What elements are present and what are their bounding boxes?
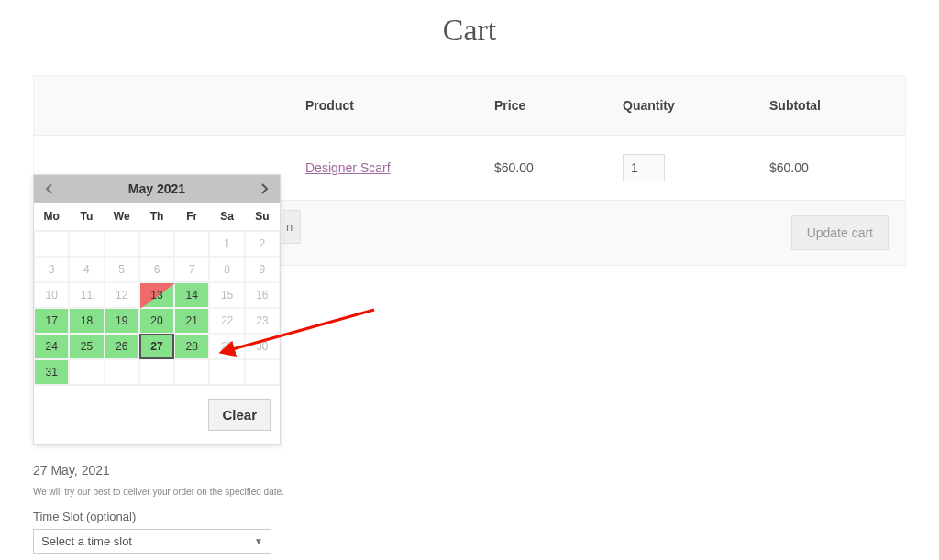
day-23: 23: [245, 308, 280, 334]
day-24[interactable]: 24: [34, 334, 69, 359]
delivery-datepicker: May 2021 MoTuWeThFrSaSu 1234567891011121…: [33, 174, 281, 445]
day-7: 7: [174, 257, 209, 282]
header-subtotal: Subtotal: [769, 98, 898, 113]
day-8: 8: [209, 257, 244, 282]
day-28[interactable]: 28: [174, 334, 209, 359]
subtotal-value: $60.00: [769, 160, 898, 175]
day-15: 15: [209, 282, 244, 308]
day-empty: [139, 231, 174, 257]
header-product: Product: [305, 98, 494, 113]
day-14[interactable]: 14: [174, 282, 209, 308]
page-title: Cart: [0, 13, 939, 48]
day-empty: [209, 359, 244, 385]
update-cart-button[interactable]: Update cart: [791, 215, 889, 250]
day-2: 2: [245, 231, 280, 257]
coupon-button-fragment[interactable]: n: [282, 210, 301, 244]
day-18[interactable]: 18: [69, 308, 104, 334]
day-empty: [105, 231, 139, 257]
day-29: 29: [209, 334, 244, 359]
header-price: Price: [494, 98, 623, 113]
timeslot-label: Time Slot (optional): [33, 510, 354, 523]
datepicker-dow: We: [105, 203, 139, 231]
day-30: 30: [245, 334, 280, 359]
chevron-right-icon: [260, 183, 269, 194]
day-empty: [174, 231, 209, 257]
datepicker-dow: Th: [139, 203, 174, 231]
product-link[interactable]: Designer Scarf: [305, 160, 391, 175]
cart-header-row: Product Price Quantity Subtotal: [34, 76, 905, 135]
day-25[interactable]: 25: [69, 334, 104, 359]
timeslot-placeholder: Select a time slot: [41, 534, 132, 548]
datepicker-dow: Fr: [174, 203, 209, 231]
day-empty: [69, 231, 104, 257]
datepicker-clear-button[interactable]: Clear: [208, 399, 271, 431]
quantity-input[interactable]: [623, 154, 665, 181]
day-13[interactable]: 13: [139, 282, 174, 308]
caret-down-icon: ▼: [254, 536, 263, 546]
day-3: 3: [34, 257, 69, 282]
day-5: 5: [105, 257, 139, 282]
day-26[interactable]: 26: [105, 334, 139, 359]
day-empty: [174, 359, 209, 385]
day-empty: [105, 359, 139, 385]
header-quantity: Quantity: [623, 98, 769, 113]
timeslot-select[interactable]: Select a time slot ▼: [33, 529, 271, 554]
day-empty: [245, 359, 280, 385]
day-21[interactable]: 21: [174, 308, 209, 334]
day-12: 12: [105, 282, 139, 308]
day-empty: [139, 359, 174, 385]
day-10: 10: [34, 282, 69, 308]
day-22: 22: [209, 308, 244, 334]
datepicker-dow: Tu: [69, 203, 104, 231]
selected-date-text: 27 May, 2021: [33, 463, 354, 478]
delivery-note: We will try our best to deliver your ord…: [33, 487, 354, 497]
day-19[interactable]: 19: [105, 308, 139, 334]
prev-month-button[interactable]: [41, 181, 58, 197]
next-month-button[interactable]: [256, 181, 272, 197]
day-11: 11: [69, 282, 104, 308]
chevron-left-icon: [45, 183, 54, 194]
day-20[interactable]: 20: [139, 308, 174, 334]
day-17[interactable]: 17: [34, 308, 69, 334]
datepicker-header: May 2021: [34, 175, 280, 203]
price-value: $60.00: [494, 160, 623, 175]
delivery-info-block: 27 May, 2021 We will try our best to del…: [33, 463, 354, 554]
day-9: 9: [245, 257, 280, 282]
datepicker-dow: Su: [245, 203, 280, 231]
datepicker-dow: Mo: [34, 203, 69, 231]
day-27[interactable]: 27: [139, 334, 174, 359]
day-31[interactable]: 31: [34, 359, 69, 385]
day-1: 1: [209, 231, 244, 257]
day-6: 6: [139, 257, 174, 282]
datepicker-month-label: May 2021: [128, 181, 185, 196]
datepicker-dow: Sa: [209, 203, 244, 231]
day-16: 16: [245, 282, 280, 308]
day-empty: [69, 359, 104, 385]
day-4: 4: [69, 257, 104, 282]
day-empty: [34, 231, 69, 257]
